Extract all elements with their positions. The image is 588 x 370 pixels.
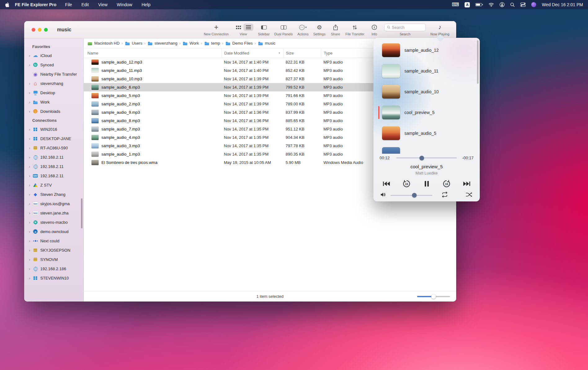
menu-app-name[interactable]: FE File Explorer Pro — [15, 2, 56, 7]
chevron-right-icon[interactable]: › — [28, 239, 31, 243]
zoom-button[interactable] — [44, 28, 48, 32]
chevron-right-icon[interactable]: › — [28, 53, 31, 58]
playlist-track[interactable]: sample_audio_10 — [373, 81, 480, 102]
sidebar-scrollbar[interactable] — [81, 198, 82, 228]
chevron-right-icon[interactable]: › — [28, 183, 31, 187]
input-source-icon[interactable]: A — [465, 2, 470, 7]
actions-button[interactable]: ⋯ ▾ Actions — [297, 24, 309, 36]
progress-knob[interactable] — [419, 156, 424, 160]
settings-button[interactable]: ⚙ Settings — [313, 24, 326, 36]
menu-item[interactable]: File — [65, 2, 72, 7]
sidebar-toggle-button[interactable]: Sidebar — [258, 24, 270, 36]
volume-icon[interactable] — [380, 192, 386, 198]
chevron-right-icon[interactable]: › — [28, 136, 31, 141]
chevron-right-icon[interactable]: › — [28, 248, 31, 253]
zoom-slider-track[interactable] — [417, 296, 450, 297]
sidebar-favorite-item[interactable]: › stevenzhang — [24, 79, 83, 88]
column-header-size[interactable]: Size — [283, 48, 321, 58]
column-header-date[interactable]: Date Modified▾ — [221, 48, 283, 58]
sidebar-favorite-item[interactable]: › Downloads — [24, 107, 83, 116]
status-app-icon[interactable] — [531, 2, 536, 7]
chevron-right-icon[interactable]: › — [28, 100, 31, 104]
playlist-track[interactable]: cool_preview_5 — [373, 102, 480, 123]
volume-knob[interactable] — [412, 193, 417, 198]
previous-track-button[interactable] — [381, 179, 391, 188]
info-button[interactable]: Info — [369, 24, 380, 36]
repeat-button[interactable] — [441, 192, 448, 199]
pause-button[interactable] — [422, 179, 432, 188]
new-connection-button[interactable]: + New Connection — [204, 24, 229, 36]
menu-item[interactable]: Window — [117, 2, 132, 7]
user-account-icon[interactable] — [500, 2, 505, 7]
grid-view-button[interactable] — [234, 24, 243, 31]
chevron-right-icon[interactable]: › — [28, 211, 31, 215]
dual-panels-button[interactable]: Dual Panels — [274, 24, 293, 36]
rewind-15-button[interactable]: 15 — [402, 179, 412, 188]
sidebar-connection-item[interactable]: › DESKTOP-JANE — [24, 134, 83, 143]
spotlight-search-icon[interactable] — [510, 2, 515, 7]
sidebar-connection-item[interactable]: › RT-AC86U-590 — [24, 143, 83, 152]
sidebar-connection-item[interactable]: › STEVENWIN10 — [24, 273, 83, 283]
breadcrumb-item[interactable]: Demo Files › — [225, 41, 256, 46]
sidebar-connection-item[interactable]: › WIN2016 — [24, 125, 83, 134]
keyboard-icon[interactable]: ⌨ — [452, 2, 459, 7]
chevron-right-icon[interactable]: › — [28, 155, 31, 160]
zoom-slider-knob[interactable] — [431, 294, 436, 299]
sidebar-favorite-item[interactable]: › Synced — [24, 60, 83, 69]
close-button[interactable] — [32, 28, 35, 32]
sidebar-connection-item[interactable]: › Z STV — [24, 180, 83, 190]
chevron-right-icon[interactable]: › — [28, 192, 31, 197]
breadcrumb-item[interactable]: Work › — [183, 41, 202, 46]
sidebar-connection-item[interactable]: › 192.168.2.11 — [24, 162, 83, 171]
list-view-button[interactable] — [243, 24, 253, 31]
sidebar-connection-item[interactable]: › 192.168.2.186 — [24, 264, 83, 273]
breadcrumb-item[interactable]: Users › — [125, 41, 145, 46]
breadcrumb-item[interactable]: Macintosh HD › — [87, 41, 123, 46]
column-header-name[interactable]: Name — [84, 48, 221, 58]
volume-slider[interactable] — [390, 195, 432, 196]
search-input[interactable] — [392, 25, 423, 30]
next-track-button[interactable] — [462, 179, 472, 188]
control-center-icon[interactable] — [520, 2, 526, 7]
chevron-right-icon[interactable]: › — [28, 229, 31, 234]
forward-15-button[interactable]: 15 — [442, 179, 452, 188]
search-field[interactable] — [384, 24, 426, 31]
progress-slider[interactable] — [396, 157, 457, 158]
breadcrumb-item[interactable]: stevenzhang › — [148, 41, 180, 46]
sidebar-connection-item[interactable]: › 192.168.2.11 — [24, 171, 83, 180]
chevron-right-icon[interactable]: › — [28, 127, 31, 132]
sidebar-connection-item[interactable]: › steven.jane.zha — [24, 208, 83, 218]
playlist-track[interactable]: sample_audio_12 — [373, 40, 480, 60]
chevron-right-icon[interactable]: › — [28, 164, 31, 169]
sidebar-connection-item[interactable]: › Next could — [24, 236, 83, 245]
sidebar-favorite-item[interactable]: › Desktop — [24, 88, 83, 97]
chevron-right-icon[interactable]: › — [28, 63, 31, 67]
sidebar-connection-item[interactable]: › Steven Zhang — [24, 190, 83, 199]
breadcrumb-item[interactable]: music › — [258, 41, 275, 46]
shuffle-button[interactable] — [466, 192, 473, 199]
chevron-right-icon[interactable]: › — [28, 174, 31, 178]
breadcrumb-item[interactable]: temp › — [204, 41, 223, 46]
playlist-scrollbar[interactable] — [477, 40, 479, 84]
chevron-right-icon[interactable]: › — [28, 146, 31, 150]
menu-item[interactable]: Help — [141, 2, 150, 7]
playlist-track[interactable] — [373, 143, 480, 154]
chevron-right-icon[interactable]: › — [28, 257, 31, 262]
battery-icon[interactable] — [475, 3, 483, 6]
chevron-right-icon[interactable]: › — [28, 266, 31, 271]
menu-item[interactable]: Edit — [81, 2, 89, 7]
zoom-slider[interactable] — [417, 294, 450, 299]
sidebar-favorite-item[interactable]: › iCloud — [24, 51, 83, 60]
chevron-right-icon[interactable]: › — [28, 220, 31, 225]
chevron-right-icon[interactable]: › — [28, 109, 31, 114]
apple-menu[interactable] — [5, 2, 9, 7]
playlist-track[interactable]: sample_audio_5 — [373, 123, 480, 143]
sidebar-connection-item[interactable]: › 192.168.2.11 — [24, 152, 83, 162]
sidebar-connection-item[interactable]: › stevens-macbo — [24, 218, 83, 227]
chevron-right-icon[interactable]: › — [28, 276, 31, 280]
menu-clock[interactable]: Wed Dec 16 2:01 PM — [542, 2, 583, 7]
minimize-button[interactable] — [38, 28, 42, 32]
share-button[interactable]: Share — [330, 24, 341, 36]
file-transfer-button[interactable]: File Transfer — [345, 24, 364, 36]
menu-item[interactable]: View — [98, 2, 108, 7]
